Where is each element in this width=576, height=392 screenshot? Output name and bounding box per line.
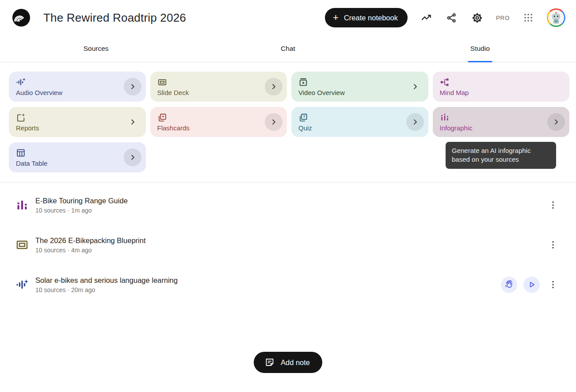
google-apps-button[interactable] <box>521 11 535 25</box>
artifact-meta: 10 sources · 1m ago <box>35 207 128 214</box>
gear-icon <box>471 12 483 24</box>
tab-chat-label: Chat <box>281 45 295 53</box>
artifact-meta: 10 sources · 4m ago <box>35 247 145 254</box>
share-icon <box>446 12 457 23</box>
video-overview-icon <box>298 77 308 87</box>
create-notebook-button[interactable]: + Create notebook <box>325 8 408 27</box>
artifact-list: E-Bike Touring Range Guide 10 sources · … <box>0 183 576 304</box>
active-tab-underline <box>468 61 492 62</box>
artifact-row-slide-deck[interactable]: The 2026 E-Bikepacking Blueprint 10 sour… <box>0 225 576 265</box>
share-button[interactable] <box>445 11 459 25</box>
add-note-label: Add note <box>281 358 310 367</box>
chevron-right-icon[interactable] <box>547 113 565 131</box>
studio-card-flashcards[interactable]: Flashcards <box>150 107 287 137</box>
card-label: Infographic <box>440 124 473 132</box>
studio-card-audio-overview[interactable]: Audio Overview <box>9 72 146 102</box>
settings-button[interactable] <box>470 11 484 25</box>
studio-card-slide-deck[interactable]: Slide Deck <box>150 72 287 102</box>
studio-card-reports[interactable]: Reports <box>9 107 146 137</box>
app-header: The Rewired Roadtrip 2026 + Create noteb… <box>0 0 576 35</box>
add-note-button[interactable]: Add note <box>254 352 322 373</box>
card-label: Flashcards <box>157 124 190 132</box>
studio-card-infographic[interactable]: Infographic <box>433 107 570 137</box>
chevron-right-icon[interactable] <box>124 148 141 166</box>
tab-sources[interactable]: Sources <box>0 35 192 62</box>
more-menu-button[interactable] <box>546 238 560 252</box>
artifact-title[interactable]: Solar e-bikes and serious language learn… <box>35 276 178 285</box>
more-menu-button[interactable] <box>546 278 560 292</box>
chevron-right-icon[interactable] <box>406 113 424 131</box>
chevron-right-icon[interactable] <box>124 78 141 95</box>
pro-badge: PRO <box>496 15 510 21</box>
plus-icon: + <box>333 13 339 23</box>
slide-deck-icon <box>16 239 28 251</box>
analytics-button[interactable] <box>419 11 433 25</box>
tab-chat[interactable]: Chat <box>192 35 384 62</box>
card-label: Data Table <box>16 160 47 167</box>
note-icon <box>264 357 275 368</box>
notebook-title[interactable]: The Rewired Roadtrip 2026 <box>43 11 186 25</box>
logo-glyph <box>14 11 28 25</box>
chevron-right-icon[interactable] <box>406 78 424 95</box>
card-label: Audio Overview <box>16 89 62 96</box>
account-avatar[interactable] <box>547 8 565 27</box>
flashcards-star-icon <box>157 113 167 122</box>
more-menu-button[interactable] <box>546 198 560 212</box>
audio-waveform-sparkle-icon <box>16 77 26 87</box>
create-notebook-label: Create notebook <box>344 14 398 22</box>
card-label: Quiz <box>298 124 312 132</box>
artifact-title[interactable]: E-Bike Touring Range Guide <box>35 197 128 205</box>
report-sparkle-icon <box>16 113 26 122</box>
card-label: Video Overview <box>298 89 345 96</box>
waving-hand-icon <box>504 280 514 289</box>
notebooklm-logo-icon[interactable] <box>12 9 30 27</box>
infographic-tooltip: Generate an AI infographic based on your… <box>446 142 556 169</box>
svg-text:?: ? <box>303 114 305 119</box>
note-footer: Add note <box>0 352 576 373</box>
studio-card-data-table[interactable]: Data Table <box>9 142 146 172</box>
studio-card-mind-map[interactable]: Mind Map <box>433 72 570 102</box>
tab-studio[interactable]: Studio <box>384 35 576 62</box>
chevron-right-icon[interactable] <box>124 113 141 131</box>
play-icon <box>527 280 536 289</box>
studio-card-quiz[interactable]: ? Quiz <box>291 107 428 137</box>
slide-deck-icon <box>157 77 167 87</box>
interactive-mode-button[interactable] <box>501 277 517 293</box>
data-table-icon <box>16 148 26 158</box>
infographic-bars-icon <box>440 113 450 122</box>
audio-waveform-sparkle-icon <box>16 278 28 291</box>
chevron-right-icon[interactable] <box>265 78 282 95</box>
tab-studio-label: Studio <box>470 45 490 53</box>
infographic-bars-icon <box>16 199 28 211</box>
artifact-meta: 10 sources · 20m ago <box>35 286 178 293</box>
play-button[interactable] <box>523 277 540 293</box>
artifact-title[interactable]: The 2026 E-Bikepacking Blueprint <box>35 236 145 245</box>
avatar-robot-image <box>548 10 564 26</box>
studio-card-video-overview[interactable]: Video Overview <box>291 72 428 102</box>
mind-map-icon <box>440 77 450 87</box>
card-label: Slide Deck <box>157 89 189 96</box>
artifact-row-audio-overview[interactable]: Solar e-bikes and serious language learn… <box>0 265 576 304</box>
apps-grid-icon <box>523 12 534 23</box>
tab-sources-label: Sources <box>84 45 109 53</box>
card-label: Reports <box>16 124 39 132</box>
quiz-cards-icon: ? <box>298 113 308 122</box>
main-tab-bar: Sources Chat Studio <box>0 35 576 62</box>
trending-up-icon <box>420 12 432 23</box>
card-label: Mind Map <box>440 89 469 96</box>
chevron-right-icon[interactable] <box>265 113 282 131</box>
header-actions: + Create notebook <box>325 8 565 27</box>
artifact-row-infographic[interactable]: E-Bike Touring Range Guide 10 sources · … <box>0 185 576 225</box>
